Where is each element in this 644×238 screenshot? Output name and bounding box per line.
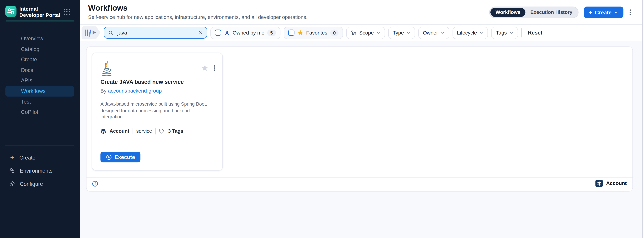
card-byline: By account/backend-group	[100, 88, 162, 94]
filter-label: Scope	[359, 30, 374, 36]
create-button-label: Create	[595, 9, 612, 15]
chevron-down-icon	[406, 31, 410, 35]
scrollbar-gutter	[643, 0, 644, 238]
reset-button[interactable]: Reset	[525, 29, 545, 36]
java-logo-icon	[100, 60, 113, 78]
filter-tags[interactable]: Tags	[492, 26, 518, 39]
plus-icon: +	[10, 155, 15, 160]
sidebar-item-docs[interactable]: Docs	[5, 65, 74, 75]
search-box	[104, 27, 207, 39]
gear-icon	[10, 181, 15, 187]
count-badge: 5	[267, 29, 276, 36]
bottom-item-label: Create	[20, 154, 36, 161]
play-circle-icon	[106, 154, 112, 160]
library-bar-orange	[85, 29, 86, 36]
view-toggle: Workflows Execution History	[489, 6, 578, 18]
favorites-checkbox[interactable]	[288, 29, 294, 36]
filter-label: Lifecycle	[457, 30, 477, 36]
filter-label: Owned by me	[233, 30, 264, 36]
play-arrow-icon	[93, 30, 96, 34]
tab-workflows[interactable]: Workflows	[490, 8, 525, 17]
bottom-item-label: Environments	[20, 167, 52, 174]
apps-grid-icon[interactable]	[64, 8, 70, 15]
card-scope-label: Account	[110, 128, 129, 134]
layers-icon	[596, 180, 603, 187]
filter-label: Type	[393, 30, 404, 36]
sidebar: Internal Developer Portal Overview Catal…	[0, 0, 80, 238]
chevron-down-icon	[480, 31, 484, 35]
create-button[interactable]: + Create	[584, 6, 623, 18]
filter-lifecycle[interactable]: Lifecycle	[452, 26, 488, 39]
user-icon	[224, 30, 230, 36]
layers-icon	[100, 128, 106, 134]
search-icon	[108, 30, 114, 36]
filter-label: Favorites	[306, 30, 327, 36]
owned-by-me-checkbox[interactable]	[215, 29, 221, 36]
sidebar-item-apis[interactable]: APIs	[5, 75, 74, 86]
card-meta-row: Account service 3 Tags	[100, 128, 183, 134]
sidebar-item-overview[interactable]: Overview	[5, 33, 74, 44]
library-badge[interactable]	[82, 26, 100, 39]
sidebar-item-test[interactable]: Test	[5, 97, 74, 107]
account-badge: Account	[596, 180, 627, 187]
hierarchy-icon	[351, 30, 357, 36]
sidebar-item-workflows[interactable]: Workflows	[5, 86, 74, 96]
meta-divider	[155, 128, 156, 134]
card-header	[100, 60, 214, 77]
content-area: Create JAVA based new service By account…	[80, 41, 644, 238]
kebab-menu-icon[interactable]	[629, 8, 632, 16]
meta-divider	[132, 128, 133, 134]
owner-link[interactable]: account/backend-group	[108, 88, 162, 94]
filter-bar: Owned by me 5 Favorites 0 Scope Type	[80, 25, 644, 41]
filter-favorites[interactable]: Favorites 0	[284, 26, 343, 39]
results-panel: Create JAVA based new service By account…	[86, 47, 633, 192]
filter-type[interactable]: Type	[388, 26, 415, 39]
filter-owned-by-me[interactable]: Owned by me 5	[210, 26, 280, 39]
bottom-item-label: Configure	[20, 181, 43, 187]
execute-label: Execute	[114, 154, 135, 160]
app-logo-icon	[5, 6, 16, 17]
sidebar-nav: Overview Catalog Create Docs APIs Workfl…	[0, 33, 80, 118]
chevron-down-icon	[509, 31, 514, 35]
sidebar-item-configure[interactable]: Configure	[0, 179, 80, 189]
favorite-star-icon[interactable]	[202, 65, 208, 72]
card-tags-label: 3 Tags	[168, 128, 183, 134]
filter-scope[interactable]: Scope	[346, 26, 385, 39]
sidebar-divider	[5, 145, 74, 146]
count-badge: 0	[330, 29, 339, 36]
execute-button[interactable]: Execute	[100, 152, 140, 162]
star-icon	[297, 29, 303, 36]
filter-owner[interactable]: Owner	[418, 26, 449, 39]
panel-footer: Account	[86, 177, 632, 191]
filter-label: Owner	[423, 30, 438, 36]
workflow-card[interactable]: Create JAVA based new service By account…	[92, 53, 223, 170]
clear-search-icon[interactable]	[198, 30, 203, 35]
search-input[interactable]	[116, 29, 196, 36]
sidebar-accent-divider	[5, 21, 74, 21]
card-menu-icon[interactable]	[213, 65, 216, 72]
tab-execution-history[interactable]: Execution History	[525, 8, 577, 17]
account-label: Account	[606, 180, 627, 186]
sidebar-item-copilot[interactable]: CoPilot	[5, 107, 74, 118]
filter-divider	[521, 28, 522, 37]
info-icon[interactable]	[92, 180, 98, 187]
app-window: Internal Developer Portal Overview Catal…	[0, 0, 644, 238]
library-bar-gradient	[88, 29, 91, 36]
by-label: By	[100, 88, 106, 94]
page-title: Workflows	[88, 4, 128, 13]
page-header: Workflows Self-service hub for new appli…	[80, 0, 644, 25]
card-description: A Java-based microservice built using Sp…	[100, 101, 212, 120]
sidebar-item-environments[interactable]: Environments	[0, 166, 80, 175]
sidebar-item-create[interactable]: Create	[5, 54, 74, 65]
sidebar-item-catalog[interactable]: Catalog	[5, 44, 74, 54]
library-bar-purple	[87, 29, 88, 36]
hexagons-icon	[10, 168, 15, 174]
chevron-down-icon	[440, 31, 445, 35]
sidebar-bottom-nav: + Create Environments	[0, 152, 80, 192]
tag-icon	[159, 128, 165, 134]
sidebar-item-create-bottom[interactable]: + Create	[0, 152, 80, 162]
card-type-label: service	[136, 128, 152, 134]
page-subtitle: Self-service hub for new applications, i…	[88, 14, 308, 20]
chevron-down-icon	[376, 31, 380, 35]
scrollbar[interactable]	[642, 0, 643, 238]
